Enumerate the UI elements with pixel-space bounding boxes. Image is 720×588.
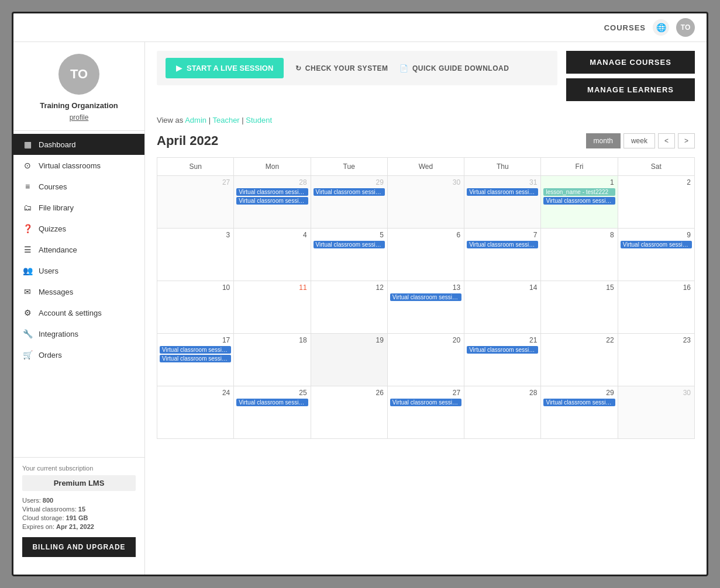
calendar-cell[interactable]: 10 — [157, 281, 234, 334]
calendar-cell[interactable]: 11 — [234, 281, 311, 334]
week-view-button[interactable]: week — [623, 133, 655, 148]
calendar-cell[interactable]: 30 — [618, 386, 694, 439]
calendar-cell[interactable]: 6 — [387, 229, 464, 281]
calendar-header: April 2022 month week < > — [157, 133, 695, 148]
calendar-cell[interactable]: 27 — [157, 176, 234, 229]
calendar-cell[interactable]: 21 Virtual classroom session - ti — [464, 334, 541, 386]
calendar-cell[interactable]: 5 Virtual classroom session - ti — [311, 229, 387, 281]
sidebar-item-file-library[interactable]: 🗂 File library — [13, 197, 144, 218]
user-avatar[interactable]: TO — [676, 18, 695, 37]
view-as-teacher[interactable]: Teacher — [212, 116, 239, 124]
col-fri: Fri — [541, 158, 618, 176]
sidebar-item-courses[interactable]: ≡ Courses — [13, 176, 144, 197]
calendar-event[interactable]: Virtual classroom session - ti — [236, 197, 308, 205]
download-icon: 📄 — [399, 64, 409, 72]
calendar-event[interactable]: Virtual classroom session - A — [236, 188, 308, 196]
calendar-cell[interactable]: 15 — [541, 281, 618, 334]
calendar-cell[interactable]: 3 — [157, 229, 234, 281]
calendar-cell[interactable]: 20 — [387, 334, 464, 386]
calendar-event[interactable]: Virtual classroom session - A — [467, 241, 538, 248]
calendar-cell[interactable]: 12 — [311, 281, 387, 334]
settings-icon: ⚙ — [22, 308, 33, 317]
calendar-cell[interactable]: 8 — [541, 229, 618, 281]
calendar-event[interactable]: Virtual classroom session - ti — [236, 399, 308, 406]
check-system-link[interactable]: ↻ CHECK YOUR SYSTEM — [295, 64, 388, 72]
calendar-cell[interactable]: 24 — [157, 386, 234, 439]
calendar-event[interactable]: Virtual classroom session - ti — [390, 293, 461, 301]
start-live-session-button[interactable]: ▶ START A LIVE SESSION — [166, 58, 284, 78]
sidebar-nav: ▦ Dashboard ⊙ Virtual classrooms ≡ Cours… — [13, 131, 144, 457]
org-name: Training Organization — [40, 101, 118, 111]
top-actions: ▶ START A LIVE SESSION ↻ CHECK YOUR SYST… — [157, 51, 557, 94]
prev-month-button[interactable]: < — [658, 133, 675, 148]
calendar-event[interactable]: Virtual classroom session - fo — [467, 188, 538, 196]
calendar-cell[interactable]: 16 — [618, 281, 694, 334]
sidebar-item-account-settings[interactable]: ⚙ Account & settings — [13, 302, 144, 323]
month-view-button[interactable]: month — [586, 133, 621, 148]
view-as-admin[interactable]: Admin — [185, 116, 206, 124]
courses-nav-link[interactable]: COURSES — [604, 23, 646, 32]
dashboard-icon: ▦ — [22, 140, 33, 149]
next-month-button[interactable]: > — [678, 133, 695, 148]
subscription-plan: Premium LMS — [22, 475, 136, 491]
calendar-cell[interactable]: 22 — [541, 334, 618, 386]
calendar-cell[interactable]: 28 Virtual classroom session - A Virtual… — [234, 176, 311, 229]
sidebar-item-messages[interactable]: ✉ Messages — [13, 281, 144, 302]
view-as-student[interactable]: Student — [246, 116, 272, 124]
calendar-cell[interactable]: 27 Virtual classroom session - A — [387, 386, 464, 439]
calendar-cell[interactable]: 29 Virtual classroom session - te — [311, 176, 387, 229]
calendar-cell[interactable]: 29 Virtual classroom session - ti — [541, 386, 618, 439]
calendar-cell[interactable]: 13 Virtual classroom session - ti — [387, 281, 464, 334]
calendar-cell[interactable]: 18 — [234, 334, 311, 386]
sidebar-item-dashboard[interactable]: ▦ Dashboard — [13, 134, 144, 155]
sidebar-item-label: Dashboard — [39, 140, 76, 149]
calendar-cell[interactable]: 4 — [234, 229, 311, 281]
calendar-cell[interactable]: 28 — [464, 386, 541, 439]
calendar-event[interactable]: Virtual classroom session - ti — [314, 241, 385, 248]
quick-guide-link[interactable]: 📄 QUICK GUIDE DOWNLOAD — [399, 64, 509, 72]
calendar-cell[interactable]: 2 — [618, 176, 694, 229]
calendar-cell[interactable]: 26 — [311, 386, 387, 439]
calendar-event[interactable]: Virtual classroom session - ti — [621, 241, 692, 248]
calendar-cell[interactable]: 25 Virtual classroom session - ti — [234, 386, 311, 439]
col-thu: Thu — [464, 158, 541, 176]
sidebar-item-virtual-classrooms[interactable]: ⊙ Virtual classrooms — [13, 155, 144, 176]
manage-learners-button[interactable]: MANAGE LEARNERS — [566, 78, 695, 101]
sidebar-item-attendance[interactable]: ☰ Attendance — [13, 239, 144, 260]
virtual-classrooms-detail: Virtual classrooms: 15 — [22, 506, 136, 513]
calendar-event[interactable]: Virtual classroom session - te — [314, 188, 385, 196]
billing-upgrade-button[interactable]: BILLING AND UPGRADE — [22, 537, 136, 557]
manage-courses-button[interactable]: MANAGE COURSES — [566, 51, 695, 74]
integrations-icon: 🔧 — [22, 329, 33, 338]
calendar-row: 10 11 12 13 Virtual classroom session - … — [157, 281, 695, 334]
calendar-cell[interactable]: 14 — [464, 281, 541, 334]
calendar-cell[interactable]: 30 — [387, 176, 464, 229]
language-icon[interactable]: 🌐 — [653, 19, 669, 36]
calendar-cell[interactable]: 23 — [618, 334, 694, 386]
calendar-cell[interactable]: 31 Virtual classroom session - fo — [464, 176, 541, 229]
calendar-cell[interactable]: 1 lesson_name - test2222 Virtual classro… — [541, 176, 618, 229]
video-icon: ▶ — [176, 64, 182, 72]
sidebar-item-quizzes[interactable]: ❓ Quizzes — [13, 218, 144, 239]
calendar-cell[interactable]: 7 Virtual classroom session - A — [464, 229, 541, 281]
calendar-row: 24 25 Virtual classroom session - ti 26 … — [157, 386, 695, 439]
calendar-cell[interactable]: 9 Virtual classroom session - ti — [618, 229, 694, 281]
calendar-event[interactable]: Virtual classroom session - ti — [543, 399, 615, 406]
calendar-cell[interactable]: 17 Virtual classroom session - A Virtual… — [157, 334, 234, 386]
profile-link[interactable]: profile — [70, 113, 89, 122]
calendar-event[interactable]: lesson_name - test2222 — [543, 188, 615, 196]
calendar-event[interactable]: Virtual classroom session - A — [390, 399, 461, 406]
calendar-event[interactable]: Virtual classroom session - ti — [543, 197, 615, 205]
app-window: COURSES 🌐 TO TO Training Organization pr… — [12, 12, 708, 576]
calendar-event[interactable]: Virtual classroom session - A — [160, 346, 231, 354]
sidebar-item-users[interactable]: 👥 Users — [13, 260, 144, 281]
calendar-event[interactable]: Virtual classroom session - ti — [467, 346, 538, 354]
top-content: ▶ START A LIVE SESSION ↻ CHECK YOUR SYST… — [157, 51, 695, 110]
calendar-cell[interactable]: 19 — [311, 334, 387, 386]
avatar: TO — [58, 54, 99, 95]
sidebar-item-label: File library — [39, 203, 74, 212]
sidebar-item-orders[interactable]: 🛒 Orders — [13, 344, 144, 365]
calendar-event[interactable]: Virtual classroom session - ti — [160, 355, 231, 362]
sidebar-item-integrations[interactable]: 🔧 Integrations — [13, 323, 144, 344]
calendar-row: 17 Virtual classroom session - A Virtual… — [157, 334, 695, 386]
